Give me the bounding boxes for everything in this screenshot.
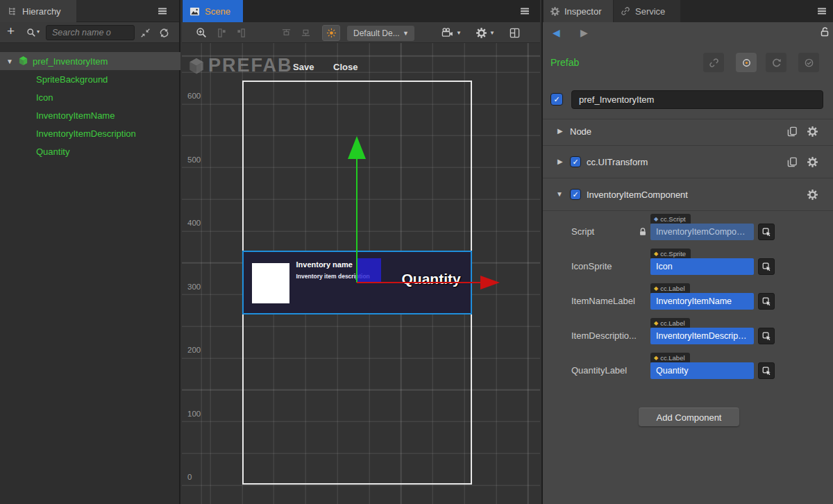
hierarchy-tree-icon xyxy=(7,6,17,17)
camera-caret-icon[interactable]: ▼ xyxy=(456,30,462,36)
node-active-checkbox[interactable]: ✓ xyxy=(550,93,563,106)
prefab-banner-cube-icon xyxy=(187,57,205,75)
label-reference-field[interactable]: Quantity xyxy=(650,362,754,379)
tab-hierarchy[interactable]: Hierarchy xyxy=(0,0,76,22)
script-reference-field[interactable]: InventoryItemComponen... xyxy=(650,224,754,240)
menu-icon[interactable] xyxy=(519,6,530,17)
node-picker-button[interactable] xyxy=(758,224,775,240)
section-node[interactable]: ▶ Node xyxy=(543,119,833,145)
section-title: Node xyxy=(570,126,591,137)
close-button[interactable]: Close xyxy=(333,62,357,72)
tree-row[interactable]: SpriteBackground xyxy=(0,70,180,88)
locate-asset-button[interactable] xyxy=(736,53,757,72)
apply-prefab-button[interactable] xyxy=(798,53,819,72)
gear-icon[interactable] xyxy=(807,126,818,137)
align-left-icon[interactable] xyxy=(217,28,227,38)
align-bottom-icon[interactable] xyxy=(301,28,311,38)
section-uitransform[interactable]: ▶ ✓ cc.UITransform xyxy=(543,146,833,178)
type-chip: ◆cc.Script xyxy=(650,214,691,224)
label-reference-field[interactable]: InventoryItemName xyxy=(650,293,754,310)
tab-service[interactable]: Service xyxy=(614,0,680,22)
search-icon[interactable] xyxy=(26,28,36,37)
tree-item-label: InventoryItemDescription xyxy=(36,128,136,139)
add-node-button[interactable]: + xyxy=(7,24,15,39)
unlink-prefab-button[interactable] xyxy=(703,53,724,72)
copy-icon[interactable] xyxy=(787,126,798,137)
search-input[interactable] xyxy=(46,25,135,40)
prefab-cube-icon xyxy=(18,56,28,66)
scene-panel: Scene Default De... ▼ ▼ ▼ 600 xyxy=(182,0,540,504)
tree-row[interactable]: InventoryItemName xyxy=(0,106,180,124)
service-link-icon xyxy=(621,6,630,16)
layout-icon[interactable] xyxy=(510,28,520,38)
node-picker-icon xyxy=(762,262,771,271)
tree-item-label: SpriteBackground xyxy=(36,74,108,85)
gizmo-light-button[interactable] xyxy=(322,25,340,41)
divider xyxy=(543,210,833,211)
node-name-input[interactable] xyxy=(571,90,823,109)
tree-row-root[interactable]: ▼ pref_InventoryItem xyxy=(0,52,180,70)
menu-icon[interactable] xyxy=(157,6,168,17)
gizmo-y-axis[interactable] xyxy=(356,147,357,283)
asset-type-label: Prefab xyxy=(550,57,579,68)
gizmo-xy-plane-handle[interactable] xyxy=(356,258,381,283)
node-picker-button[interactable] xyxy=(758,328,775,344)
scene-tab-label: Scene xyxy=(205,6,230,17)
camera-icon[interactable] xyxy=(441,27,453,38)
editor-window: Hierarchy + ▾ ▼ pref_InventoryItem Sprit… xyxy=(0,0,833,504)
node-picker-button[interactable] xyxy=(758,293,775,310)
zoom-icon[interactable] xyxy=(196,27,207,38)
scene-viewport[interactable]: 600 500 400 300 200 100 0 PREFAB Save Cl… xyxy=(182,43,540,504)
gear-icon[interactable] xyxy=(807,190,818,200)
ruler-label: 0 xyxy=(187,473,208,481)
property-label: Script xyxy=(571,226,637,237)
component-enabled-checkbox[interactable]: ✓ xyxy=(570,156,581,167)
align-top-icon[interactable] xyxy=(281,28,292,38)
menu-icon[interactable] xyxy=(816,6,827,17)
tab-inspector[interactable]: Inspector xyxy=(544,0,613,22)
property-label: ItemNameLabel xyxy=(571,296,637,306)
collapse-all-icon[interactable] xyxy=(140,28,151,38)
node-picker-icon xyxy=(762,297,771,306)
tree-item-label: Quantity xyxy=(36,146,69,157)
node-picker-button[interactable] xyxy=(758,362,775,379)
device-dropdown[interactable]: Default De... ▼ xyxy=(347,26,414,41)
device-dropdown-value: Default De... xyxy=(353,28,400,38)
type-chip: ◆cc.Label xyxy=(650,318,690,328)
copy-icon[interactable] xyxy=(787,157,798,167)
node-picker-button[interactable] xyxy=(758,258,775,275)
ruler-label: 400 xyxy=(187,219,208,227)
search-filter-caret-icon[interactable]: ▾ xyxy=(37,28,40,35)
tree-row[interactable]: InventoryItemDescription xyxy=(0,124,180,142)
scene-image-icon xyxy=(190,6,200,17)
gizmo-x-arrow-icon[interactable] xyxy=(480,276,500,289)
tree-item-label: Icon xyxy=(36,92,53,103)
node-picker-icon xyxy=(762,228,771,237)
gear-icon[interactable] xyxy=(476,28,487,38)
script-type-icon: ◆ xyxy=(654,217,658,222)
ruler-label: 600 xyxy=(187,92,208,100)
gizmo-x-axis[interactable] xyxy=(357,282,480,283)
sprite-reference-field[interactable]: Icon xyxy=(650,258,754,275)
label-reference-field[interactable]: InventoryItemDescription xyxy=(650,328,754,344)
gear-caret-icon[interactable]: ▼ xyxy=(489,30,495,36)
service-tab-label: Service xyxy=(635,6,665,17)
gear-icon xyxy=(550,7,559,16)
gizmo-y-arrow-icon[interactable] xyxy=(348,136,366,159)
align-right-icon[interactable] xyxy=(236,28,246,38)
forward-icon[interactable]: ▶ xyxy=(580,27,588,38)
inspector-tabbar: Inspector Service xyxy=(543,0,833,22)
add-component-button[interactable]: Add Component xyxy=(639,408,739,426)
tab-scene[interactable]: Scene xyxy=(183,0,243,22)
tree-row[interactable]: Quantity xyxy=(0,142,180,160)
refresh-icon[interactable] xyxy=(159,28,169,38)
tree-row[interactable]: Icon xyxy=(0,88,180,106)
save-button[interactable]: Save xyxy=(293,62,314,72)
reset-prefab-button[interactable] xyxy=(766,53,786,72)
component-enabled-checkbox[interactable]: ✓ xyxy=(570,189,581,200)
back-icon[interactable]: ◀ xyxy=(553,27,560,38)
expand-caret-icon[interactable]: ▼ xyxy=(6,58,13,65)
section-inventory-item-component[interactable]: ▼ ✓ InventoryItemComponent xyxy=(543,178,833,210)
gear-icon[interactable] xyxy=(807,157,818,167)
unlock-icon[interactable] xyxy=(819,26,830,37)
